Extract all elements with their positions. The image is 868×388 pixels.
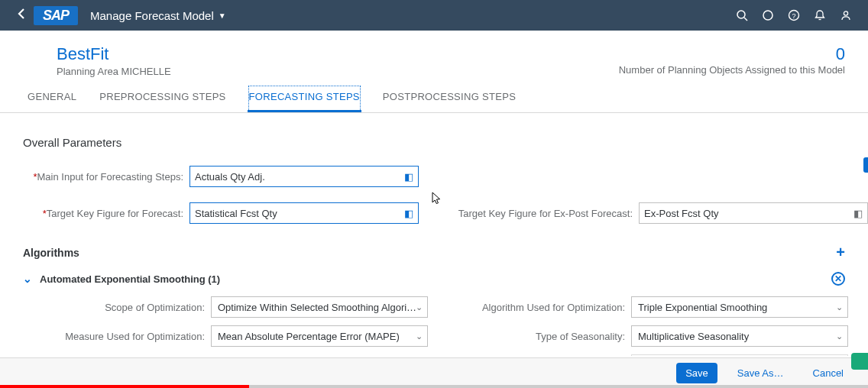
- value-help-icon[interactable]: ◧: [404, 171, 413, 183]
- chevron-down-icon: ▼: [219, 11, 226, 20]
- svg-point-2: [763, 11, 772, 20]
- expost-value: Ex-Post Fcst Qty: [644, 208, 719, 219]
- scope-value: Optimize Within Selected Smoothing Algor…: [218, 302, 416, 313]
- video-progress-bar[interactable]: [0, 385, 868, 388]
- copilot-icon[interactable]: [755, 0, 781, 31]
- svg-point-0: [737, 11, 745, 18]
- season-type-label: Type of Seasonality:: [443, 331, 631, 342]
- sap-logo: SAP: [34, 6, 78, 25]
- content-area: Overall Parameters *Main Input for Forec…: [0, 113, 868, 356]
- shell-title-text: Manage Forecast Model: [90, 9, 214, 22]
- measure-select[interactable]: Mean Absolute Percentage Error (MAPE) ⌄: [211, 325, 428, 347]
- svg-text:?: ?: [792, 12, 795, 20]
- value-help-icon[interactable]: ◧: [404, 208, 413, 219]
- shell-bar: SAP Manage Forecast Model ▼ ?: [0, 0, 868, 31]
- season-type-select[interactable]: Multiplicative Seasonality ⌄: [631, 325, 848, 347]
- tab-postprocessing[interactable]: POSTPROCESSING STEPS: [381, 85, 517, 112]
- main-input-field[interactable]: Actuals Qty Adj. ◧: [189, 166, 419, 187]
- periods-input[interactable]: [631, 354, 848, 356]
- object-header: BestFit Planning Area MICHELLE 0 Number …: [0, 31, 868, 79]
- value-help-icon[interactable]: ◧: [853, 208, 863, 219]
- measure-label: Measure Used for Optimization:: [23, 331, 211, 342]
- save-as-button[interactable]: Save As…: [728, 363, 793, 383]
- section-algorithms: Algorithms +: [23, 244, 845, 261]
- tab-preprocessing[interactable]: PREPROCESSING STEPS: [98, 85, 227, 112]
- algorithm-item-header[interactable]: ⌄ Automated Exponential Smoothing (1) ✕: [23, 269, 845, 289]
- back-button[interactable]: [9, 8, 34, 23]
- side-panel-toggle[interactable]: [851, 353, 868, 370]
- tab-bar: GENERAL PREPROCESSING STEPS FORECASTING …: [0, 79, 868, 113]
- target-kf-value: Statistical Fcst Qty: [195, 208, 277, 219]
- target-kf-field[interactable]: Statistical Fcst Qty ◧: [189, 202, 419, 224]
- chevron-down-icon: ⌄: [836, 331, 843, 341]
- chevron-down-icon: ⌄: [416, 331, 423, 341]
- main-input-label: *Main Input for Forecasting Steps:: [23, 171, 189, 183]
- page-title: BestFit: [57, 44, 619, 64]
- save-button[interactable]: Save: [676, 363, 717, 383]
- svg-point-6: [844, 11, 847, 15]
- chevron-left-icon: [17, 8, 26, 20]
- cancel-button[interactable]: Cancel: [804, 363, 853, 383]
- user-icon[interactable]: [833, 0, 859, 31]
- svg-line-1: [744, 18, 747, 21]
- scope-label: Scope of Optimization:: [23, 302, 211, 313]
- expost-label: Target Key Figure for Ex-Post Forecast:: [440, 208, 639, 219]
- main-input-value: Actuals Qty Adj.: [195, 171, 265, 183]
- algorithms-title: Algorithms: [23, 247, 79, 259]
- algorithm-item-title: Automated Exponential Smoothing (1): [40, 273, 220, 285]
- tab-forecasting[interactable]: FORECASTING STEPS: [248, 85, 361, 112]
- search-icon[interactable]: [729, 0, 755, 31]
- assigned-count: 0: [619, 44, 845, 64]
- algo-used-label: Algorithm Used for Optimization:: [443, 302, 631, 313]
- remove-algorithm-button[interactable]: ✕: [831, 272, 845, 286]
- tab-general[interactable]: GENERAL: [26, 85, 78, 112]
- bell-icon[interactable]: [807, 0, 833, 31]
- page-subtitle: Planning Area MICHELLE: [57, 66, 619, 77]
- footer-toolbar: Save Save As… Cancel: [0, 357, 868, 388]
- assigned-count-label: Number of Planning Objects Assigned to t…: [619, 64, 845, 76]
- chevron-down-icon: ⌄: [416, 302, 423, 312]
- scope-select[interactable]: Optimize Within Selected Smoothing Algor…: [211, 296, 428, 318]
- help-icon[interactable]: ?: [781, 0, 807, 31]
- side-indicator: [863, 157, 868, 173]
- chevron-down-icon: ⌄: [836, 302, 843, 312]
- section-overall-parameters: Overall Parameters: [23, 136, 845, 149]
- season-type-value: Multiplicative Seasonality: [638, 331, 749, 342]
- shell-title[interactable]: Manage Forecast Model ▼: [90, 9, 226, 22]
- expost-field[interactable]: Ex-Post Fcst Qty ◧: [639, 202, 868, 224]
- algo-used-value: Triple Exponential Smoothing: [638, 302, 767, 313]
- video-progress-fill: [0, 385, 249, 388]
- target-kf-label: *Target Key Figure for Forecast:: [23, 208, 189, 219]
- measure-value: Mean Absolute Percentage Error (MAPE): [218, 331, 400, 342]
- chevron-down-icon[interactable]: ⌄: [23, 273, 32, 285]
- algo-used-select[interactable]: Triple Exponential Smoothing ⌄: [631, 296, 848, 318]
- add-algorithm-button[interactable]: +: [836, 244, 845, 261]
